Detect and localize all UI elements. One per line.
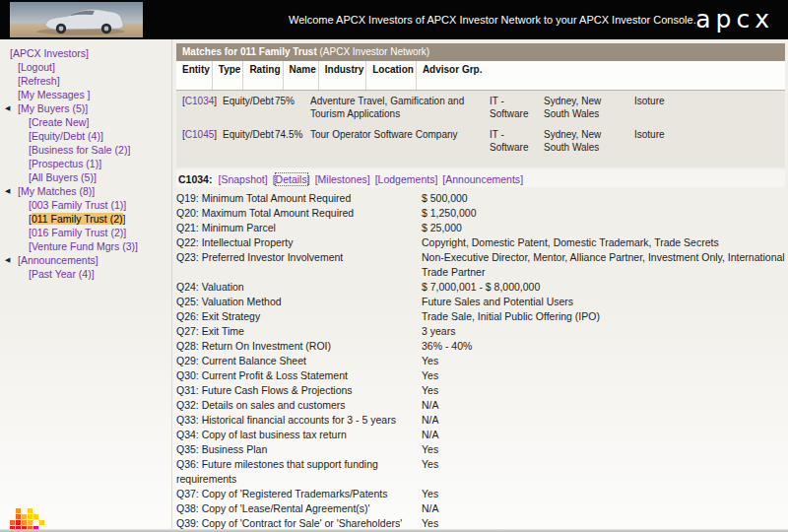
bracket-close: ]	[127, 144, 130, 156]
sidebar-item[interactable]: ◀[Past Year (4)]	[0, 267, 171, 281]
qa-question: Q32: Details on sales and customers	[176, 398, 422, 413]
sidebar-item-label[interactable]: Refresh	[21, 75, 57, 87]
qa-answer: Yes	[422, 487, 785, 501]
qa-question: Q21: Minimum Parcel	[176, 221, 422, 235]
sidebar-item-label[interactable]: Prospectus (1)	[32, 158, 98, 169]
sidebar-item[interactable]: ◀[Create New]	[0, 115, 171, 129]
matches-title-bar: Matches for 011 Family Trust (APCX Inves…	[176, 43, 785, 61]
sidebar-item-label[interactable]: Announcements	[21, 254, 96, 266]
qa-row: Q33: Historical financial accounts for 3…	[176, 413, 785, 428]
sidebar-item-label[interactable]: All Buyers (5)	[32, 171, 94, 183]
tab-link[interactable]: [Milestones]	[315, 173, 370, 185]
tree-collapse-icon[interactable]: ◀	[5, 184, 10, 198]
qa-answer: Copyright, Domestic Patent, Domestic Tra…	[422, 235, 785, 250]
sidebar-item-label[interactable]: APCX Investors	[13, 47, 86, 59]
apcx-logo: apcx	[695, 5, 774, 33]
sidebar-item[interactable]: ◀[016 Family Trust (2)]	[0, 226, 171, 239]
qa-row: Q29: Current Balance Sheet Yes	[176, 354, 785, 368]
bracket-close: ]	[86, 116, 89, 128]
entity-link[interactable]: C1045	[185, 129, 214, 140]
sidebar-item-label[interactable]: 011 Family Trust (2)	[32, 213, 123, 225]
bracket-close: ]	[85, 102, 88, 114]
cell-advisor-group: Isoture	[628, 129, 693, 154]
sidebar-item[interactable]: ◀[All Buyers (5)]	[0, 170, 171, 184]
tab-link[interactable]: [Details]	[273, 173, 310, 185]
entity-link[interactable]: C1034	[185, 96, 214, 106]
sidebar-item-label[interactable]: Equity/Debt (4)	[32, 130, 100, 142]
column-header: Entity	[176, 61, 212, 90]
sidebar-nav: ◀[APCX Investors] ◀[Logout] ◀[Refresh] ◀…	[0, 39, 171, 281]
tab-label[interactable]: Milestones	[318, 173, 367, 185]
qa-question: Q22: Intellectual Property	[176, 235, 422, 250]
sidebar-item[interactable]: ◀[Business for Sale (2)]	[0, 143, 171, 157]
cell-type: Equity/Debt	[217, 129, 269, 154]
sidebar-item[interactable]: ◀[My Buyers (5)]	[0, 101, 171, 115]
logo-pixel	[16, 514, 21, 519]
qa-answer: N/A	[422, 428, 785, 442]
sidebar-item[interactable]: ◀[Announcements]	[0, 253, 171, 267]
cell-name: Tour Operator Software Company	[304, 129, 484, 154]
tab-link[interactable]: [Snapshot]	[218, 173, 267, 185]
qa-answer: $ 500,000	[422, 191, 785, 206]
tab-label[interactable]: Details	[276, 173, 307, 185]
sidebar-item[interactable]: ◀[My Matches (8)]	[0, 184, 171, 198]
sidebar-item-label[interactable]: 016 Family Trust (2)	[32, 227, 123, 238]
cell-advisor-group: Isoture	[628, 96, 693, 120]
tab-label[interactable]: Announcements	[445, 173, 520, 185]
matches-title-suffix: (APCX Investor Network)	[317, 46, 429, 57]
tab-link[interactable]: [Announcements]	[442, 173, 523, 185]
sidebar-item[interactable]: ◀[Venture Fund Mgrs (3)]	[0, 239, 171, 253]
qa-question: Q33: Historical financial accounts for 3…	[176, 413, 422, 428]
sidebar-item[interactable]: ◀[My Messages ]	[0, 88, 171, 101]
qa-question: Q25: Valuation Method	[176, 295, 422, 309]
sidebar-item[interactable]: ◀[Refresh]	[0, 74, 171, 88]
header-car-photo	[10, 2, 143, 37]
column-header: Location	[365, 61, 416, 90]
qa-row: Q26: Exit Strategy Trade Sale, Initial P…	[176, 309, 785, 324]
sidebar-item[interactable]: ◀[011 Family Trust (2)]	[0, 212, 171, 226]
sidebar-item-label[interactable]: Past Year (4)	[32, 268, 92, 280]
tab-label[interactable]: Snapshot	[221, 173, 264, 185]
sidebar-item-label[interactable]: My Matches (8)	[21, 185, 92, 197]
sidebar-item[interactable]: ◀[Equity/Debt (4)]	[0, 129, 171, 143]
sidebar-item-label[interactable]: Create New	[32, 116, 86, 128]
top-header: Welcome APCX Investors of APCX Investor …	[0, 0, 788, 39]
sidebar-item-label[interactable]: My Buyers (5)	[21, 102, 85, 114]
logo-pixel	[16, 508, 21, 513]
qa-row: Q36: Future milestones that support fund…	[176, 457, 785, 487]
bracket-close: ]	[100, 130, 103, 142]
sidebar-item[interactable]: ◀[Logout]	[0, 60, 171, 74]
tab-link[interactable]: [Lodgements]	[375, 173, 438, 185]
logo-pixel	[16, 520, 21, 525]
bracket-close: ]	[123, 199, 126, 211]
bracket-close: ]	[135, 240, 138, 252]
bracket-close: ]	[520, 173, 523, 185]
sidebar-item-label[interactable]: Venture Fund Mgrs (3)	[32, 240, 135, 252]
qa-answer: N/A	[422, 501, 785, 516]
bracket-close: ]	[98, 158, 101, 169]
tree-collapse-icon[interactable]: ◀	[5, 253, 10, 267]
sidebar-item-label[interactable]: Logout	[21, 61, 52, 73]
qa-row: Q32: Details on sales and customers N/A	[176, 398, 785, 413]
qa-row: Q35: Business Plan Yes	[176, 442, 785, 457]
sidebar-item-label[interactable]: Business for Sale (2)	[32, 144, 127, 156]
cell-location: Sydney, New South Wales	[538, 96, 628, 120]
cell-entity: [C1045]	[176, 129, 217, 154]
qa-row: Q25: Valuation Method Future Sales and P…	[176, 295, 785, 309]
sidebar-item-label[interactable]: My Messages	[21, 89, 88, 100]
qa-question: Q36: Future milestones that support fund…	[176, 457, 422, 487]
sidebar-item-label[interactable]: 003 Family Trust (1)	[32, 199, 123, 211]
bracket-close: ]	[307, 173, 310, 185]
qa-question: Q26: Exit Strategy	[176, 309, 422, 324]
qa-row: Q23: Preferred Investor Involvement Non-…	[176, 250, 785, 280]
qa-row: Q27: Exit Time 3 years	[176, 324, 785, 339]
tab-label[interactable]: Lodgements	[378, 173, 435, 185]
sidebar-item[interactable]: ◀[Prospectus (1)]	[0, 157, 171, 170]
qa-row: Q30: Current Profit & Loss Statement Yes	[176, 368, 785, 383]
matches-table-header: Entity Type Rating Name Industry Locatio…	[176, 61, 785, 91]
qa-row: Q28: Return On Investment (ROI) 36% - 40…	[176, 339, 785, 354]
sidebar-item[interactable]: ◀[APCX Investors]	[0, 46, 171, 60]
tree-collapse-icon[interactable]: ◀	[5, 101, 10, 115]
qa-row: Q21: Minimum Parcel $ 25,000	[176, 221, 785, 235]
sidebar-item[interactable]: ◀[003 Family Trust (1)]	[0, 198, 171, 212]
